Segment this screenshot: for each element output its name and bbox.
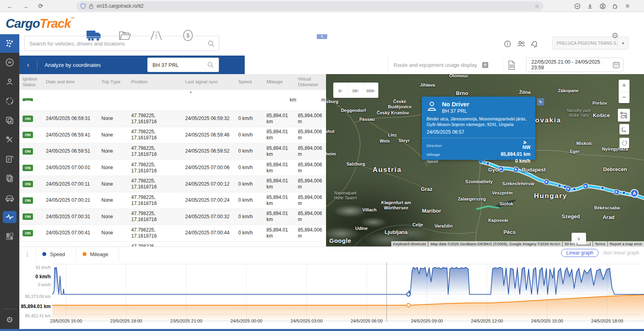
settings-gear-icon[interactable]: ⚙ xyxy=(607,27,623,43)
fast-forward-button[interactable]: ▶▶ xyxy=(349,83,364,98)
table-row[interactable]: ON24/05/2025 07:00:31None47.798225, 17.1… xyxy=(19,209,326,225)
copy-a-icon: A xyxy=(5,116,14,125)
linear-graph-toggle[interactable]: Linear graph xyxy=(561,249,599,257)
address-bar[interactable]: on15.cargotrack.ro/tt2 ☆ xyxy=(76,1,543,11)
table-row[interactable]: ON24/05/2025 07:00:21None47.798225, 17.1… xyxy=(19,192,326,209)
sidebar-item-analyze-active[interactable] xyxy=(0,207,19,227)
popup-edit-button[interactable]: ✎ xyxy=(537,98,544,106)
sidebar-item-service[interactable] xyxy=(0,130,19,149)
svg-text:$: $ xyxy=(186,32,190,39)
keyboard-shortcuts-link[interactable]: Keyboard shortcuts xyxy=(391,241,428,246)
info-icon[interactable] xyxy=(501,37,514,50)
search-icon[interactable] xyxy=(207,62,214,68)
zoom-out-button[interactable]: − xyxy=(619,92,630,103)
route-mode-button[interactable] xyxy=(618,109,630,122)
play-button[interactable]: ▶ xyxy=(333,83,349,98)
panel-divider xyxy=(37,60,37,70)
route-display-toggle[interactable]: Route and equipment usage display xyxy=(388,56,489,74)
x-axis-tick: 24/5/2025 03:00 xyxy=(281,319,333,323)
popup-tail xyxy=(477,160,484,163)
xls-file-icon xyxy=(508,60,516,70)
map[interactable]: A OlomoucJihlavaBrnoŽilinaZákopaneČeské … xyxy=(326,74,644,246)
table-row[interactable]: ON24/05/2025 06:59:41None47.798225, 17.1… xyxy=(19,127,326,144)
popup-direction-value: NW xyxy=(522,141,530,150)
sidebar-item-drivers[interactable] xyxy=(0,72,19,91)
x-axis-tick: 24/5/2025 18:00 xyxy=(581,319,634,323)
panel-title: Analyze by coordinates xyxy=(45,62,101,68)
date-range-picker[interactable]: 22/05/2025 21:00 - 24/05/2025 23:59 xyxy=(526,58,623,72)
display-options-icon[interactable] xyxy=(482,62,489,68)
nonlinear-graph-toggle[interactable]: Non linear graph xyxy=(603,250,639,256)
play-icon: ▶ xyxy=(339,87,341,93)
sidebar-item-dashboard[interactable] xyxy=(0,53,19,72)
sidebar-item-geozones[interactable] xyxy=(0,91,19,111)
speed-mileage-chart[interactable] xyxy=(19,261,644,322)
table-row-partial-top[interactable]: ONkmm xyxy=(19,90,326,111)
bookmark-star-icon[interactable]: ☆ xyxy=(535,3,539,9)
table-row[interactable]: ON24/05/2025 07:00:41None47.798225, 17.1… xyxy=(19,225,326,242)
sidebar-item-documents[interactable] xyxy=(0,169,19,188)
sidebar-item-dashboard-grid[interactable] xyxy=(0,227,19,246)
measure-ruler-button[interactable] xyxy=(619,124,629,134)
map-data-credit: Map data ©2025 GeoBasis-DE/BKG (©2009), … xyxy=(428,241,562,246)
sidebar-item-vehicles[interactable] xyxy=(0,188,19,207)
grid-layout-icon xyxy=(5,232,14,241)
table-row[interactable]: ON24/05/2025 07:00:51None47.798225, 17.1… xyxy=(19,242,326,246)
driver-person-icon xyxy=(427,101,437,112)
column-header[interactable]: Trip Type xyxy=(98,79,128,85)
table-row[interactable]: ON24/05/2025 06:59:51None47.798225, 17.1… xyxy=(19,143,326,160)
menu-hamburger-icon[interactable]: ≡ xyxy=(623,2,632,10)
nav-finance-dollar-icon[interactable]: $ xyxy=(180,27,196,43)
table-row[interactable]: ON24/05/2025 07:00:01None47.798225, 17.1… xyxy=(19,160,326,176)
redraw-area-button[interactable] xyxy=(619,138,629,148)
x-axis-tick: 23/5/2025 18:00 xyxy=(100,319,152,323)
table-row[interactable]: ON24/05/2025 07:00:11None47.798225, 17.1… xyxy=(19,176,326,192)
column-header[interactable]: Date and time xyxy=(43,79,98,85)
fastest-forward-button[interactable]: ▶▶▶ xyxy=(363,83,378,98)
report-map-error-link[interactable]: Report a map error xyxy=(608,241,644,246)
search-row: ∧ PRELUCA PIGEONS TRANS S.R.L. ▼ xyxy=(19,34,644,56)
bottom-scroll-strip[interactable] xyxy=(0,329,644,331)
column-header[interactable]: Virtual Odometer xyxy=(295,77,326,87)
tools-icon xyxy=(5,135,14,145)
search-icon[interactable] xyxy=(208,40,215,47)
downloads-icon[interactable] xyxy=(586,2,594,10)
zoom-in-button[interactable]: + xyxy=(619,80,630,92)
sidebar-item-templates[interactable]: A xyxy=(0,111,19,130)
pocket-icon[interactable] xyxy=(573,2,582,10)
notifications-bell-icon[interactable] xyxy=(528,37,541,50)
column-header[interactable]: Position xyxy=(128,79,182,85)
legend-item-mileage[interactable]: Mileage xyxy=(76,247,119,261)
export-xls-button[interactable] xyxy=(503,59,516,72)
cargotrack-logo[interactable]: CargoTrack™ xyxy=(6,17,74,31)
sidebar: A ⚙ xyxy=(0,34,19,331)
column-header[interactable]: Mileage xyxy=(263,79,295,85)
back-chevron-icon[interactable]: ‹ xyxy=(19,61,37,68)
column-header[interactable]: Speed xyxy=(235,79,263,85)
vehicle-search-box[interactable]: BH 37 PRL xyxy=(147,58,219,72)
column-header[interactable]: Last signal sync xyxy=(182,79,235,85)
x-axis-tick: 24/5/2025 12:00 xyxy=(461,319,513,323)
chart-menu-kebab-icon[interactable]: ⋮ xyxy=(19,251,35,257)
sidebar-settings-gear-icon[interactable]: ⚙ xyxy=(6,315,13,325)
legend-item-speed[interactable]: Speed xyxy=(36,247,76,261)
terms-link[interactable]: Terms xyxy=(593,241,607,246)
table-row[interactable]: ON24/05/2025 06:59:31None47.798225, 17.1… xyxy=(19,111,326,127)
browser-back-icon[interactable]: ← xyxy=(6,2,14,10)
table-body[interactable]: ONkmmON24/05/2025 06:59:31None47.798225,… xyxy=(19,90,326,246)
browser-forward-icon[interactable]: → xyxy=(21,2,30,10)
shield-icon[interactable] xyxy=(80,3,86,9)
nav-fleet-folder-icon[interactable] xyxy=(117,27,133,43)
pencil-icon: ✎ xyxy=(539,100,542,104)
users-icon[interactable] xyxy=(515,37,528,50)
sidebar-home-logo-tile[interactable] xyxy=(0,34,19,53)
extension-puzzle-icon[interactable] xyxy=(610,2,619,10)
playback-controls: ▶ ▶▶ ▶▶▶ xyxy=(333,83,378,98)
nav-routes-road-icon[interactable] xyxy=(148,27,164,43)
account-icon[interactable] xyxy=(598,2,607,10)
sidebar-item-reports-live[interactable] xyxy=(0,149,19,169)
browser-reload-icon[interactable]: ⟳ xyxy=(36,2,45,10)
column-header[interactable]: Ignition Status xyxy=(19,77,43,87)
nav-vehicles-truck-icon[interactable] xyxy=(86,27,102,43)
logo-track: Track xyxy=(40,17,71,31)
